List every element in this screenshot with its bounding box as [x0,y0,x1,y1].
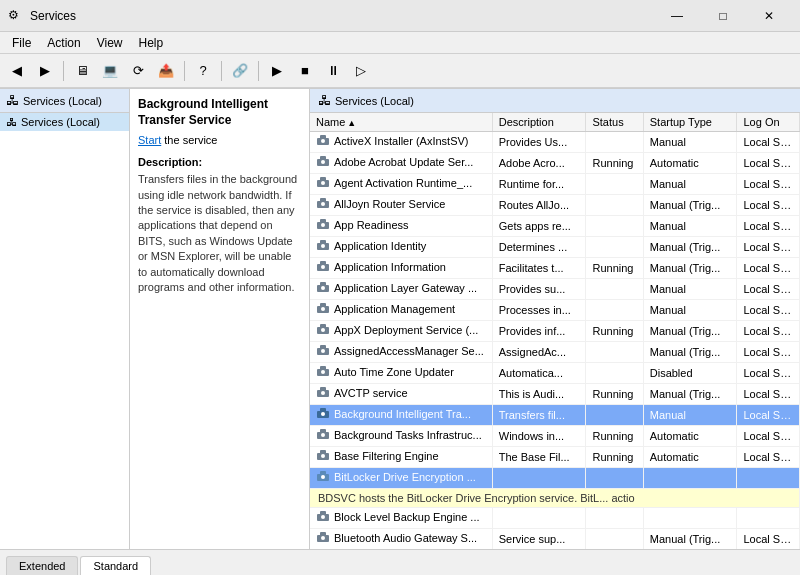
service-status [586,216,643,237]
service-icon: AllJoyn Router Service [316,197,445,211]
table-row[interactable]: Bluetooth Audio Gateway S... Service sup… [310,529,800,550]
svg-point-26 [321,307,325,311]
toolbar-sep-4 [258,61,259,81]
service-icon: Background Tasks Infrastruc... [316,428,482,442]
maximize-button[interactable]: □ [700,0,746,32]
svg-point-41 [321,412,325,416]
tab-standard[interactable]: Standard [80,556,151,575]
svg-rect-19 [320,261,326,265]
service-startup: Manual [643,216,737,237]
service-desc: Windows in... [492,426,586,447]
svg-rect-7 [320,177,326,181]
service-desc: Service sup... [492,529,586,550]
start-service-button[interactable]: ▶ [264,58,290,84]
restart-service-button[interactable]: ▷ [348,58,374,84]
table-row[interactable]: Application Identity Determines ... Manu… [310,237,800,258]
service-status [586,279,643,300]
table-row[interactable]: App Readiness Gets apps re... Manual Loc… [310,216,800,237]
table-row[interactable]: Adobe Acrobat Update Ser... Adobe Acro..… [310,153,800,174]
service-startup: Manual (Trig... [643,384,737,405]
service-logon: Local Se... [737,384,800,405]
service-status [586,195,643,216]
service-startup: Automatic [643,426,737,447]
service-desc: Runtime for... [492,174,586,195]
table-row[interactable]: Base Filtering Engine The Base Fil... Ru… [310,447,800,468]
service-icon: Application Management [316,302,455,316]
export-button[interactable]: 📤 [153,58,179,84]
table-row[interactable]: AllJoyn Router Service Routes AllJo... M… [310,195,800,216]
table-row[interactable]: Application Layer Gateway ... Provides s… [310,279,800,300]
service-icon: Application Information [316,260,446,274]
col-header-desc[interactable]: Description [492,113,586,132]
table-row[interactable]: Application Management Processes in... M… [310,300,800,321]
show-hide-button[interactable]: 🖥 [69,58,95,84]
table-row[interactable]: Background Tasks Infrastruc... Windows i… [310,426,800,447]
main-container: 🖧 Services (Local) 🖧 Services (Local) Ba… [0,88,800,549]
service-status [586,342,643,363]
service-icon: AssignedAccessManager Se... [316,344,484,358]
stop-service-button[interactable]: ■ [292,58,318,84]
service-startup: Manual (Trig... [643,342,737,363]
table-row[interactable]: Block Level Backup Engine ... [310,508,800,529]
menu-action[interactable]: Action [39,34,88,52]
service-desc [492,508,586,529]
service-status [586,237,643,258]
table-row[interactable]: BitLocker Drive Encryption ... [310,468,800,489]
service-icon: Base Filtering Engine [316,449,439,463]
table-scroll-area[interactable]: Name▲ Description Status Startup Type Lo… [310,113,800,549]
sidebar-item-services-local[interactable]: 🖧 Services (Local) [0,113,129,131]
table-row[interactable]: ActiveX Installer (AxInstSV) Provides Us… [310,132,800,153]
svg-rect-34 [320,366,326,370]
computer-button[interactable]: 💻 [97,58,123,84]
minimize-button[interactable]: — [654,0,700,32]
table-row[interactable]: Auto Time Zone Updater Automatica... Dis… [310,363,800,384]
pause-service-button[interactable]: ⏸ [320,58,346,84]
back-button[interactable]: ◀ [4,58,30,84]
description-panel: Background Intelligent Transfer Service … [130,89,310,549]
table-row[interactable]: Application Information Facilitates t...… [310,258,800,279]
service-icon: Block Level Backup Engine ... [316,510,480,524]
table-row[interactable]: AppX Deployment Service (... Provides in… [310,321,800,342]
service-desc: AssignedAc... [492,342,586,363]
tab-extended[interactable]: Extended [6,556,78,575]
help-button[interactable]: ? [190,58,216,84]
col-header-startup[interactable]: Startup Type [643,113,737,132]
svg-point-29 [321,328,325,332]
service-icon: App Readiness [316,218,409,232]
refresh-button[interactable]: ⟳ [125,58,151,84]
service-startup: Disabled [643,363,737,384]
table-row[interactable]: AVCTP service This is Audi... Running Ma… [310,384,800,405]
service-startup: Manual [643,279,737,300]
start-service-link[interactable]: Start [138,134,161,146]
service-status [586,300,643,321]
service-desc: Routes AllJo... [492,195,586,216]
forward-button[interactable]: ▶ [32,58,58,84]
service-logon: Local Se... [737,216,800,237]
window-title: Services [30,9,654,23]
sidebar-header: 🖧 Services (Local) [0,89,129,113]
col-header-name[interactable]: Name▲ [310,113,492,132]
sort-arrow-name: ▲ [347,118,356,128]
svg-rect-13 [320,219,326,223]
col-header-logon[interactable]: Log On [737,113,800,132]
menu-help[interactable]: Help [131,34,172,52]
services-table: Name▲ Description Status Startup Type Lo… [310,113,800,549]
svg-point-53 [321,515,325,519]
service-status: Running [586,153,643,174]
svg-rect-16 [320,240,326,244]
menu-file[interactable]: File [4,34,39,52]
connect-button[interactable]: 🔗 [227,58,253,84]
service-logon: Local Sy... [737,426,800,447]
table-header-bar: 🖧 Services (Local) [310,89,800,113]
service-desc: Transfers fil... [492,405,586,426]
close-button[interactable]: ✕ [746,0,792,32]
service-startup: Manual (Trig... [643,237,737,258]
svg-point-50 [321,475,325,479]
title-bar: ⚙ Services — □ ✕ [0,0,800,32]
menu-view[interactable]: View [89,34,131,52]
table-row[interactable]: Agent Activation Runtime_... Runtime for… [310,174,800,195]
table-row[interactable]: Background Intelligent Tra... Transfers … [310,405,800,426]
table-row[interactable]: AssignedAccessManager Se... AssignedAc..… [310,342,800,363]
service-icon: ActiveX Installer (AxInstSV) [316,134,469,148]
col-header-status[interactable]: Status [586,113,643,132]
